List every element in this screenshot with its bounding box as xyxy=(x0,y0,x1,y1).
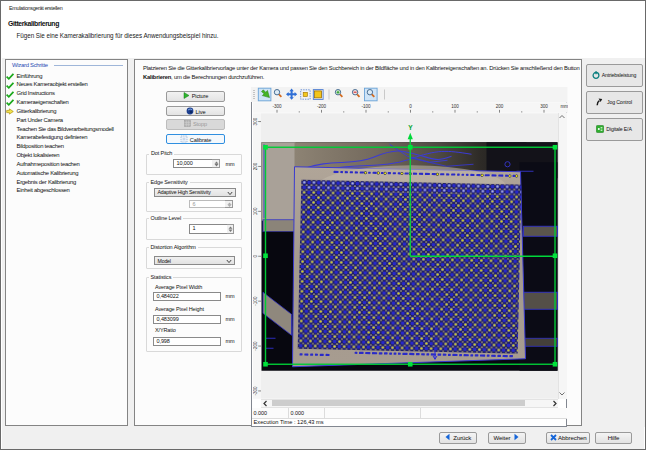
svg-text:200: 200 xyxy=(253,162,258,170)
svg-text:300: 300 xyxy=(253,117,258,125)
svg-text:-100: -100 xyxy=(361,104,371,109)
svg-text:-100: -100 xyxy=(253,296,258,306)
svg-text:300: 300 xyxy=(540,104,548,109)
svg-text:mm: mm xyxy=(560,104,568,109)
svg-text:0: 0 xyxy=(409,104,412,109)
svg-text:100: 100 xyxy=(451,104,459,109)
svg-text:-200: -200 xyxy=(253,341,258,351)
svg-text:0: 0 xyxy=(253,254,258,257)
svg-text:Y: Y xyxy=(408,124,413,131)
svg-text:-300: -300 xyxy=(272,104,282,109)
svg-text:-300: -300 xyxy=(253,385,258,395)
svg-text:200: 200 xyxy=(495,104,503,109)
svg-text:-200: -200 xyxy=(316,104,326,109)
svg-text:100: 100 xyxy=(253,207,258,215)
